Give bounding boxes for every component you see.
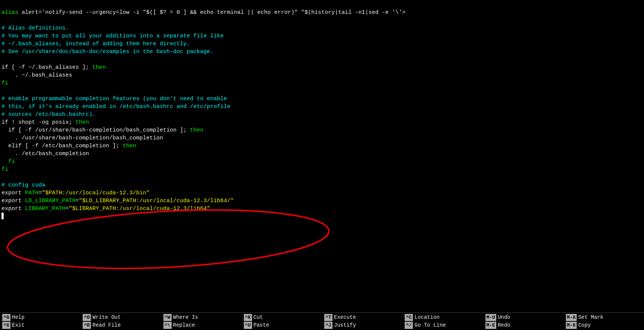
shortcut-label: Read File bbox=[92, 321, 121, 329]
shortcut-label: Justify bbox=[334, 321, 356, 329]
shortcut-label: Set Mark bbox=[578, 314, 603, 321]
editor-line: # See /usr/share/doc/bash-doc/examples i… bbox=[1, 48, 643, 56]
editor-line: # You may want to put all your additions… bbox=[1, 32, 643, 40]
editor-line bbox=[1, 87, 643, 95]
editor-line: fi bbox=[1, 158, 643, 166]
editor-line: if ! shopt -oq posix; then bbox=[1, 118, 643, 126]
shortcut-label: Help bbox=[12, 314, 25, 321]
title-bar bbox=[0, 0, 644, 8]
shortcut-label: Write Out bbox=[92, 314, 121, 321]
editor-line bbox=[1, 16, 643, 24]
editor-line: # ~/.bash_aliases, instead of adding the… bbox=[1, 40, 643, 48]
shortcut-item-2-0[interactable]: ^WWhere Is bbox=[163, 314, 239, 321]
shortcut-item-1-0[interactable]: ^OWrite Out bbox=[83, 314, 159, 321]
shortcut-label: Paste bbox=[254, 321, 269, 329]
shortcut-key: M-A bbox=[566, 314, 577, 321]
shortcut-key: ^T bbox=[324, 314, 332, 321]
shortcut-group-7: M-ASet MarkM-6Copy bbox=[564, 313, 644, 330]
shortcut-label: Execute bbox=[334, 314, 356, 321]
editor-line: if [ -f ~/.bash_aliases ]; then bbox=[1, 64, 643, 71]
editor-line: elif [ -f /etc/bash_completion ]; then bbox=[1, 142, 643, 150]
shortcut-label: Go To Line bbox=[414, 321, 446, 329]
editor-line: fi bbox=[1, 79, 643, 87]
shortcut-key: M-6 bbox=[566, 322, 577, 329]
editor-line: . ~/.bash_aliases bbox=[1, 71, 643, 79]
shortcut-item-0-0[interactable]: ^GHelp bbox=[2, 314, 78, 321]
shortcut-key: ^U bbox=[244, 322, 252, 329]
shortcut-group-4: ^TExecute^JJustify bbox=[322, 313, 402, 330]
shortcut-item-4-1[interactable]: ^JJustify bbox=[324, 321, 400, 329]
shortcut-group-1: ^OWrite Out^RRead File bbox=[80, 313, 161, 330]
editor-line: # enable programmable completion feature… bbox=[1, 95, 643, 103]
shortcut-label: Redo bbox=[498, 321, 510, 329]
shortcut-key: ^C bbox=[405, 314, 413, 321]
shortcut-group-2: ^WWhere Is^\Replace bbox=[161, 313, 242, 330]
shortcut-item-7-1[interactable]: M-6Copy bbox=[566, 321, 642, 329]
shortcut-row: ^GHelp^XExit^OWrite Out^RRead File^WWher… bbox=[0, 313, 644, 330]
shortcut-item-1-1[interactable]: ^RRead File bbox=[83, 321, 159, 329]
shortcut-item-4-0[interactable]: ^TExecute bbox=[324, 314, 400, 321]
editor-line: . /usr/share/bash-completion/bash_comple… bbox=[1, 134, 643, 142]
shortcut-item-6-0[interactable]: M-UUndo bbox=[485, 314, 561, 321]
shortcut-label: Replace bbox=[173, 321, 195, 329]
shortcut-key: M-U bbox=[485, 314, 496, 321]
shortcut-key: ^\ bbox=[163, 322, 172, 329]
shortcut-label: Copy bbox=[578, 321, 591, 329]
editor-line: fi bbox=[1, 166, 643, 173]
shortcut-label: Where Is bbox=[173, 314, 198, 321]
editor-line bbox=[1, 56, 643, 64]
shortcut-key: M-E bbox=[485, 322, 496, 329]
shortcut-item-3-1[interactable]: ^UPaste bbox=[244, 321, 320, 329]
editor-line: export PATH="$PATH:/usr/local/cuda-12.3/… bbox=[1, 189, 643, 197]
shortcut-item-3-0[interactable]: ^KCut bbox=[244, 314, 320, 321]
editor-line bbox=[1, 173, 643, 181]
shortcut-key: ^W bbox=[163, 314, 172, 321]
shortcut-group-6: M-UUndoM-ERedo bbox=[483, 313, 564, 330]
editor-line: # this, if it's already enabled in /etc/… bbox=[1, 103, 643, 111]
shortcut-item-6-1[interactable]: M-ERedo bbox=[485, 321, 561, 329]
shortcut-group-5: ^CLocation^/Go To Line bbox=[402, 313, 483, 330]
shortcut-key: ^J bbox=[324, 322, 332, 329]
shortcut-item-7-0[interactable]: M-ASet Mark bbox=[566, 314, 642, 321]
editor-line: # Alias definitions. bbox=[1, 24, 643, 32]
shortcut-label: Undo bbox=[498, 314, 510, 321]
shortcut-label: Location bbox=[414, 314, 439, 321]
editor-line: if [ -f /usr/share/bash-completion/bash_… bbox=[1, 126, 643, 134]
shortcut-key: ^O bbox=[83, 314, 91, 321]
editor-line: alias alert='notify-send --urgency=low -… bbox=[1, 9, 643, 16]
editor-line: # sources /etc/bash.bashrc). bbox=[1, 111, 643, 118]
editor-area[interactable]: alias alert='notify-send --urgency=low -… bbox=[0, 8, 644, 312]
shortcut-item-5-0[interactable]: ^CLocation bbox=[405, 314, 481, 321]
shortcut-group-0: ^GHelp^XExit bbox=[0, 313, 80, 330]
shortcut-item-5-1[interactable]: ^/Go To Line bbox=[405, 321, 481, 329]
editor-line bbox=[1, 213, 643, 220]
shortcut-key: ^X bbox=[2, 322, 10, 329]
shortcut-item-2-1[interactable]: ^\Replace bbox=[163, 321, 239, 329]
shortcut-label: Cut bbox=[254, 314, 263, 321]
shortcut-group-3: ^KCut^UPaste bbox=[242, 313, 322, 330]
shortcut-key: ^R bbox=[83, 322, 91, 329]
editor-line: export LD_LIBRARY_PATH="$LD_LIBRARY_PATH… bbox=[1, 197, 643, 205]
editor-line: # config cuda bbox=[1, 181, 643, 189]
bottom-bar: ^GHelp^XExit^OWrite Out^RRead File^WWher… bbox=[0, 312, 644, 330]
shortcut-key: ^G bbox=[2, 314, 10, 321]
shortcut-label: Exit bbox=[12, 321, 25, 329]
editor-line: export LIBRARY_PATH="$LIBRARY_PATH:/usr/… bbox=[1, 205, 643, 213]
shortcut-key: ^/ bbox=[405, 322, 413, 329]
shortcut-key: ^K bbox=[244, 314, 252, 321]
shortcut-item-0-1[interactable]: ^XExit bbox=[2, 321, 78, 329]
editor-line: . /etc/bash_completion bbox=[1, 150, 643, 158]
